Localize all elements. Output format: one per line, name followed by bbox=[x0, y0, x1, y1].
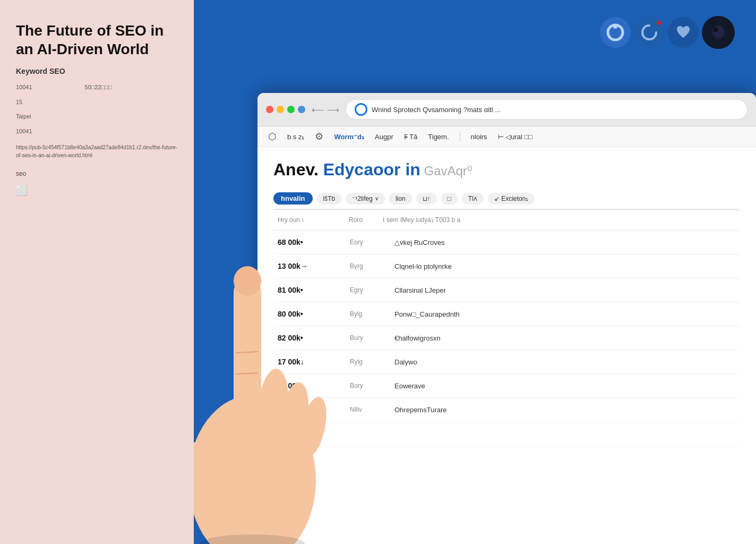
metric-8f: 8F 00k• bbox=[273, 426, 348, 441]
trend-egry: Egry bbox=[348, 283, 390, 297]
traffic-lights bbox=[266, 106, 305, 113]
label-ptolynrke: Clqnel-lo ptolynrke bbox=[390, 259, 523, 274]
filter-tag-box[interactable]: ⊔↑ bbox=[416, 193, 437, 205]
label-ohrepems: OhrepemsTurare bbox=[390, 403, 523, 417]
svg-point-4 bbox=[714, 28, 718, 32]
label-ponwd: Ponw□_Caurapednth bbox=[390, 307, 523, 321]
filter-tag-lstb[interactable]: ls̄Tb bbox=[317, 193, 342, 205]
minimize-button[interactable] bbox=[277, 106, 284, 113]
filter-row: hnvalin ls̄Tb ⁻¹2lifeg ∨ lion ⊔↑ □ Tlʌ ↙… bbox=[273, 188, 740, 210]
nav-item-wormd[interactable]: Worm⁻d₁ bbox=[334, 133, 364, 141]
label-dalywo: Dalywo bbox=[390, 355, 523, 369]
label-cllarsinal: Cllarsinal LJeper bbox=[390, 283, 523, 298]
meta-line4: 10041 bbox=[16, 127, 178, 137]
top-bar bbox=[194, 0, 756, 93]
meta-line2: 15 bbox=[16, 98, 178, 107]
table-row: 8F 00k• bbox=[273, 422, 740, 446]
browser-window: ⟵ ⟶ Wnind Sprotech Qvsamoning ?mats αitl… bbox=[257, 93, 756, 544]
forward-icon[interactable]: ⟶ bbox=[327, 105, 339, 115]
filter-tag-12lifeg[interactable]: ⁻¹2lifeg ∨ bbox=[346, 193, 385, 205]
label-halfowi: €halfowigrosxn bbox=[390, 331, 523, 345]
back-icon[interactable]: ⟵ bbox=[312, 105, 324, 115]
address-circle-icon bbox=[355, 103, 367, 116]
extra-button bbox=[298, 106, 305, 113]
label-empty bbox=[390, 430, 523, 437]
table-subheader: Hry oun↕ Roro I sem IMey iudya₁ T003 b a bbox=[273, 210, 740, 231]
trend-byrg: Byrg bbox=[348, 259, 390, 273]
trend-bury: Bury bbox=[348, 331, 390, 345]
browser-content[interactable]: Anev. Edycaoor in GavAqr⁰ hnvalin ls̄Tb … bbox=[257, 147, 756, 544]
icon-1 bbox=[600, 17, 631, 48]
nav-item-ural[interactable]: ⊢ ◁ural □□ bbox=[498, 133, 533, 141]
filter-tag-excieton[interactable]: ↙ Excieton₁ bbox=[488, 193, 535, 205]
svg-line-12 bbox=[236, 352, 257, 353]
trend-eory: Eory bbox=[348, 235, 390, 249]
svg-point-3 bbox=[712, 26, 724, 38]
filter-tag-lion[interactable]: lion bbox=[389, 193, 412, 205]
metric-68: 68 00k• bbox=[273, 235, 348, 250]
article-url: https://pub-5c454f571b8e40a3a2aad27ade84… bbox=[16, 143, 178, 159]
nav-item-nloirs[interactable]: nloirs bbox=[471, 133, 487, 141]
label-rucroves: △vkej RuCroves bbox=[390, 235, 523, 250]
trend-bory: Bory bbox=[348, 379, 390, 393]
metric-80: 80 00k• bbox=[273, 307, 348, 321]
metric-81: 81 00k• bbox=[273, 283, 348, 298]
th-roro: Roro bbox=[345, 214, 376, 226]
data-table: 68 00k• Eory △vkej RuCroves 13 00k→ Byrg… bbox=[273, 231, 740, 446]
table-row: S0 00k• Nillv OhrepemsTurare bbox=[273, 398, 740, 422]
left-panel: The Future of SEO in an AI-Driven World … bbox=[0, 0, 194, 544]
maximize-button[interactable] bbox=[287, 106, 295, 113]
icon-2 bbox=[634, 17, 665, 48]
right-section: ⟵ ⟶ Wnind Sprotech Qvsamoning ?mats αitl… bbox=[194, 0, 756, 544]
trend-rylg: Rylg bbox=[348, 355, 390, 369]
trend-bylg: Bylg bbox=[348, 307, 390, 321]
article-subtitle: Keyword SEO bbox=[16, 67, 178, 75]
metric-17: 17 00k↓ bbox=[273, 354, 348, 369]
icon-4 bbox=[702, 16, 735, 49]
article-title: The Future of SEO in an AI-Driven World bbox=[16, 21, 178, 58]
table-row: 13 00k→ Byrg Clqnel-lo ptolynrke bbox=[273, 254, 740, 278]
trend-empty bbox=[348, 430, 390, 437]
th-i-sem: I sem IMey iudya₁ T003 b a bbox=[379, 214, 513, 226]
address-text: Wnind Sprotech Qvsamoning ?mats αitl ... bbox=[372, 106, 738, 114]
top-icons bbox=[600, 16, 735, 49]
th-hry-oun: Hry oun↕ bbox=[273, 214, 342, 226]
nav-item-fta[interactable]: F̵ Tā bbox=[404, 133, 418, 141]
filter-tag-tlv[interactable]: Tlʌ bbox=[462, 193, 484, 205]
address-bar[interactable]: Wnind Sprotech Qvsamoning ?mats αitl ... bbox=[346, 99, 748, 120]
table-row: 81 00k• Egry Cllarsinal LJeper bbox=[273, 278, 740, 302]
filter-pill-hnvalin[interactable]: hnvalin bbox=[273, 192, 313, 205]
table-row: 82 00k• Bury €halfowigrosxn bbox=[273, 326, 740, 350]
nav-item-tigem[interactable]: Tigem. bbox=[428, 133, 449, 141]
table-row: 68 00k• Eory △vkej RuCroves bbox=[273, 231, 740, 254]
meta-line1: 10041 50□22□□□ bbox=[16, 83, 178, 92]
table-row: 80 00k• Bylg Ponw□_Caurapednth bbox=[273, 302, 740, 326]
heading-part2: Edycaoor in bbox=[323, 160, 420, 179]
heading-part3: GavAqr⁰ bbox=[420, 164, 472, 178]
metric-32: 32 00k• bbox=[273, 378, 348, 393]
nav-item-bsz[interactable]: b s z₁ bbox=[287, 133, 304, 141]
icon-3 bbox=[668, 17, 699, 48]
meta-line3: Taipei bbox=[16, 112, 178, 122]
browser-nav: ⬡ b s z₁ ⚙ Worm⁻d₁ Augpr F̵ Tā Tigem. nl… bbox=[257, 126, 756, 147]
nav-buttons: ⟵ ⟶ bbox=[312, 105, 339, 115]
nav-icon-cp: ⬡ bbox=[268, 131, 277, 142]
browser-chrome: ⟵ ⟶ Wnind Sprotech Qvsamoning ?mats αitl… bbox=[257, 93, 756, 126]
nav-item-augpr[interactable]: Augpr bbox=[375, 133, 393, 141]
svg-point-6 bbox=[194, 437, 230, 503]
close-button[interactable] bbox=[266, 106, 273, 113]
filter-tag-square[interactable]: □ bbox=[441, 193, 458, 205]
trend-nillv: Nillv bbox=[348, 403, 390, 416]
metric-13: 13 00k→ bbox=[273, 259, 348, 274]
svg-line-13 bbox=[236, 373, 257, 374]
nav-icon-settings[interactable]: ⚙ bbox=[315, 131, 323, 142]
tag-label: seo bbox=[16, 170, 178, 177]
svg-point-1 bbox=[613, 24, 617, 29]
table-row: 17 00k↓ Rylg Dalywo bbox=[273, 350, 740, 374]
heading-part1: Anev. bbox=[273, 160, 323, 179]
page-heading: Anev. Edycaoor in GavAqr⁰ bbox=[273, 147, 740, 188]
metric-82: 82 00k• bbox=[273, 330, 348, 345]
label-eowerave: Eowerave bbox=[390, 379, 523, 393]
table-row: 32 00k• Bory Eowerave bbox=[273, 374, 740, 398]
metric-s0: S0 00k• bbox=[273, 402, 348, 417]
